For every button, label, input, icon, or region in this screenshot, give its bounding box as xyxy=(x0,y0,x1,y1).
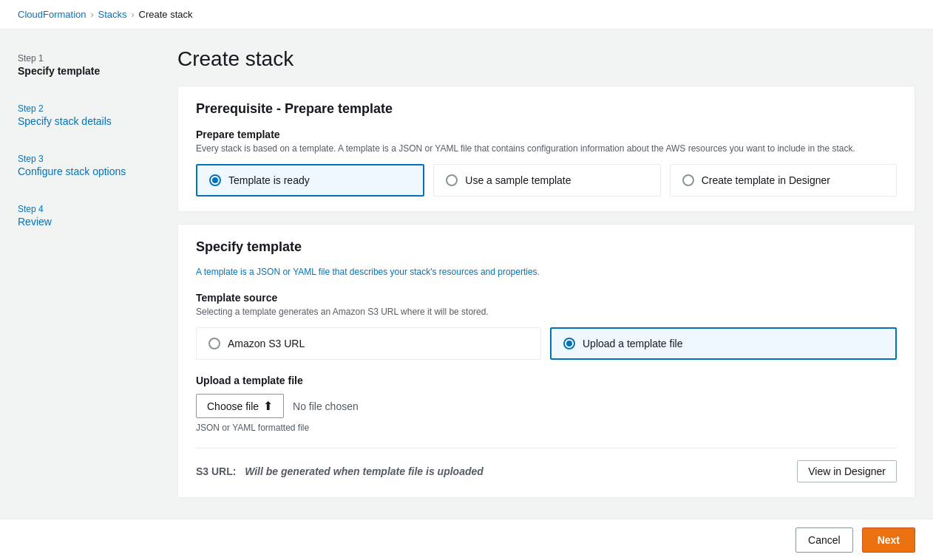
upload-row: Choose file ⬆ No file chosen xyxy=(196,394,897,418)
breadcrumb-sep-2: › xyxy=(132,10,135,20)
radio-designer-template[interactable] xyxy=(682,174,694,186)
choose-file-label: Choose file xyxy=(207,400,259,412)
next-button[interactable]: Next xyxy=(862,527,915,553)
source-upload-file[interactable]: Upload a template file xyxy=(550,327,897,360)
sidebar-step-3: Step 3 Configure stack options xyxy=(18,148,177,183)
s3-url-key: S3 URL: xyxy=(196,465,236,477)
s3-url-label: S3 URL: Will be generated when template … xyxy=(196,465,484,477)
step-2-label: Step 2 xyxy=(18,103,177,114)
specify-template-desc: A template is a JSON or YAML file that d… xyxy=(196,267,897,277)
step-1-name: Specify template xyxy=(18,65,177,77)
prepare-template-desc: Every stack is based on a template. A te… xyxy=(196,143,897,154)
breadcrumb: CloudFormation › Stacks › Create stack xyxy=(0,0,933,30)
upload-icon: ⬆ xyxy=(263,399,273,413)
option-sample-template-label: Use a sample template xyxy=(465,174,571,186)
s3-url-row: S3 URL: Will be generated when template … xyxy=(196,448,897,482)
radio-s3-url[interactable] xyxy=(208,338,220,349)
source-s3-url-label: Amazon S3 URL xyxy=(228,338,305,349)
prepare-template-label: Prepare template xyxy=(196,129,897,140)
option-designer-template[interactable]: Create template in Designer xyxy=(670,164,897,197)
sidebar-step-2: Step 2 Specify stack details xyxy=(18,98,177,133)
breadcrumb-cloudformation[interactable]: CloudFormation xyxy=(18,9,86,20)
option-template-ready[interactable]: Template is ready xyxy=(196,164,424,197)
step-1-label: Step 1 xyxy=(18,53,177,64)
step-3-label: Step 3 xyxy=(18,154,177,164)
option-template-ready-label: Template is ready xyxy=(228,174,310,186)
radio-template-ready[interactable] xyxy=(209,174,221,186)
source-s3-url[interactable]: Amazon S3 URL xyxy=(196,327,541,360)
template-source-desc: Selecting a template generates an Amazon… xyxy=(196,307,897,317)
no-file-text: No file chosen xyxy=(293,400,359,412)
step-4-name: Review xyxy=(18,216,177,228)
sidebar-step-1: Step 1 Specify template xyxy=(18,47,177,83)
choose-file-button[interactable]: Choose file ⬆ xyxy=(196,394,284,418)
sidebar: Step 1 Specify template Step 2 Specify s… xyxy=(0,30,177,560)
prepare-template-options: Template is ready Use a sample template … xyxy=(196,164,897,197)
main-content: Create stack Prerequisite - Prepare temp… xyxy=(177,30,933,560)
specify-template-card: Specify template A template is a JSON or… xyxy=(177,224,915,498)
radio-sample-template[interactable] xyxy=(446,174,458,186)
radio-upload-file[interactable] xyxy=(563,338,575,349)
page-title: Create stack xyxy=(177,47,915,71)
step-3-name: Configure stack options xyxy=(18,165,177,177)
breadcrumb-sep-1: › xyxy=(91,10,94,20)
upload-section-label: Upload a template file xyxy=(196,375,897,386)
page-footer: Cancel Next xyxy=(0,519,933,560)
step-4-label: Step 4 xyxy=(18,204,177,214)
template-source-options: Amazon S3 URL Upload a template file xyxy=(196,327,897,360)
view-in-designer-button[interactable]: View in Designer xyxy=(797,460,897,482)
source-upload-file-label: Upload a template file xyxy=(583,338,682,349)
cancel-button[interactable]: Cancel xyxy=(795,527,853,553)
option-sample-template[interactable]: Use a sample template xyxy=(433,164,660,197)
upload-hint: JSON or YAML formatted file xyxy=(196,423,897,433)
prerequisite-card: Prerequisite - Prepare template Prepare … xyxy=(177,86,915,212)
option-designer-template-label: Create template in Designer xyxy=(702,174,830,186)
step-2-name: Specify stack details xyxy=(18,115,177,127)
template-source-label: Template source xyxy=(196,292,897,304)
breadcrumb-current: Create stack xyxy=(139,9,193,20)
s3-url-placeholder: Will be generated when template file is … xyxy=(245,465,484,477)
prerequisite-card-title: Prerequisite - Prepare template xyxy=(196,101,897,117)
specify-template-title: Specify template xyxy=(196,239,897,255)
breadcrumb-stacks[interactable]: Stacks xyxy=(98,9,127,20)
sidebar-step-4: Step 4 Review xyxy=(18,198,177,233)
